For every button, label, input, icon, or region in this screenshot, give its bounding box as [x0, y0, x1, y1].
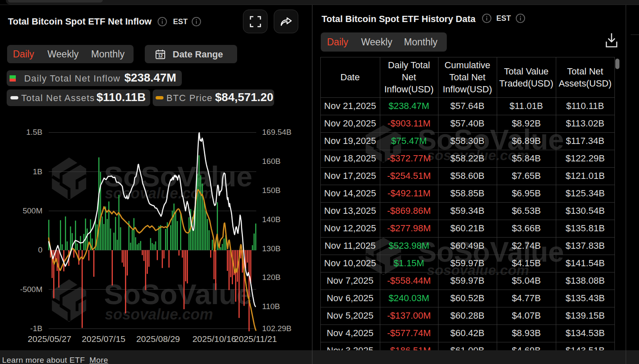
svg-text:102.29B: 102.29B	[262, 324, 292, 333]
svg-text:12: 12	[158, 54, 163, 58]
svg-text:120B: 120B	[262, 273, 280, 282]
svg-text:2025/08/29: 2025/08/29	[136, 334, 180, 344]
svg-text:1B: 1B	[33, 167, 42, 176]
svg-text:-500M: -500M	[20, 285, 42, 294]
svg-text:2025/05/27: 2025/05/27	[27, 334, 71, 344]
svg-text:1.5B: 1.5B	[26, 128, 42, 136]
svg-text:150B: 150B	[262, 186, 280, 195]
svg-text:169.54B: 169.54B	[262, 128, 292, 136]
svg-text:110B: 110B	[262, 302, 280, 311]
svg-text:-1B: -1B	[30, 324, 42, 333]
svg-text:500M: 500M	[22, 206, 42, 215]
svg-text:140B: 140B	[262, 215, 280, 224]
svg-text:2025/07/15: 2025/07/15	[82, 334, 125, 344]
svg-text:2025/10/16: 2025/10/16	[192, 334, 236, 344]
svg-text:130B: 130B	[262, 244, 280, 253]
svg-text:0: 0	[38, 245, 42, 254]
svg-text:160B: 160B	[262, 157, 280, 166]
svg-text:2025/11/21: 2025/11/21	[234, 334, 277, 344]
